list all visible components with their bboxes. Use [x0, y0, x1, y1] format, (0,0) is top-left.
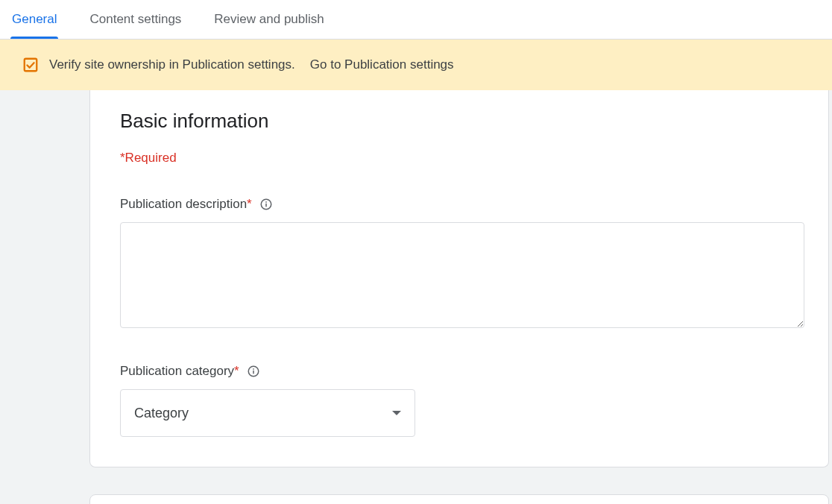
info-icon[interactable] — [259, 198, 273, 211]
info-icon[interactable] — [247, 365, 260, 378]
tab-content-settings-label: Content settings — [89, 12, 181, 27]
tab-general-label: General — [12, 12, 57, 27]
description-label-row: Publication description* — [120, 197, 798, 212]
required-indicator: *Required — [120, 151, 798, 166]
next-card-peek — [89, 494, 829, 504]
category-select-label: Category — [134, 406, 189, 421]
svg-rect-0 — [25, 59, 37, 72]
tab-review-publish[interactable]: Review and publish — [212, 0, 325, 39]
svg-rect-2 — [265, 204, 267, 207]
description-input[interactable] — [120, 222, 804, 328]
svg-rect-3 — [265, 201, 267, 203]
svg-rect-5 — [253, 371, 254, 374]
tab-general[interactable]: General — [10, 0, 58, 39]
category-label: Publication category* — [120, 364, 239, 379]
content-area: Basic information *Required Publication … — [0, 90, 832, 504]
svg-rect-6 — [253, 368, 254, 370]
category-label-row: Publication category* — [120, 364, 798, 379]
tab-content-settings[interactable]: Content settings — [88, 0, 183, 39]
required-asterisk: * — [247, 197, 252, 211]
category-select[interactable]: Category — [120, 389, 415, 437]
notification-bar: Verify site ownership in Publication set… — [0, 40, 832, 90]
section-title: Basic information — [120, 110, 798, 133]
chevron-down-icon — [392, 411, 401, 415]
notification-text: Verify site ownership in Publication set… — [49, 57, 295, 72]
description-label: Publication description* — [120, 197, 252, 212]
basic-info-card: Basic information *Required Publication … — [89, 90, 829, 467]
required-asterisk: * — [234, 364, 239, 378]
verify-checkbox-icon — [22, 57, 39, 73]
tab-review-publish-label: Review and publish — [214, 12, 324, 27]
notification-link[interactable]: Go to Publication settings — [310, 57, 454, 72]
tabs-bar: General Content settings Review and publ… — [0, 0, 832, 40]
